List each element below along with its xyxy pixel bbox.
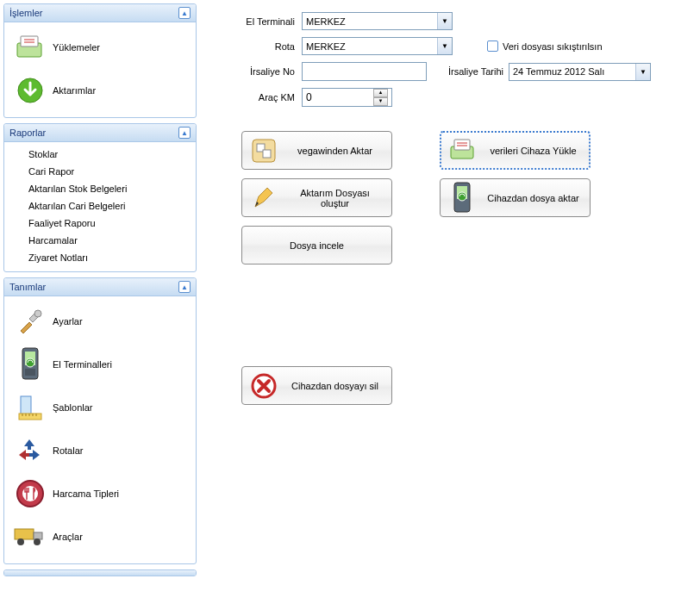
nav-elterminalleri[interactable]: El Terminalleri xyxy=(6,343,194,386)
spin-down-icon[interactable]: ▼ xyxy=(373,97,388,106)
svg-rect-20 xyxy=(454,140,470,150)
checkbox-label: Veri dosyası sıkıştırılsın xyxy=(503,41,603,52)
report-label: Aktarılan Stok Belgeleri xyxy=(28,184,127,194)
main-form: El Terminali MERKEZ ▼ Rota MERKEZ ▼ Veri… xyxy=(224,12,664,114)
panel-title: Tanımlar xyxy=(9,282,46,292)
numeric-field[interactable] xyxy=(303,89,373,106)
report-item[interactable]: Aktarılan Stok Belgeleri xyxy=(6,180,194,197)
svg-rect-12 xyxy=(15,529,34,539)
combo-value: MERKEZ xyxy=(306,16,346,27)
nav-label: Araçlar xyxy=(53,532,83,542)
nav-label: Aktarımlar xyxy=(53,85,96,96)
label-arac-km: Araç KM xyxy=(224,92,302,103)
btn-cihazdan-dosyayi-sil[interactable]: Cihazdan dosyayı sil xyxy=(241,366,392,405)
label-el-terminali: El Terminali xyxy=(224,16,302,27)
combo-value: MERKEZ xyxy=(306,41,346,52)
pencil-icon xyxy=(249,184,278,213)
nav-aktarimlar[interactable]: Aktarımlar xyxy=(6,69,194,112)
collapse-icon: ▲ xyxy=(178,7,191,19)
btn-label: Aktarım Dosyası oluştur xyxy=(285,188,384,208)
delete-icon xyxy=(249,371,278,401)
nav-label: Harcama Tipleri xyxy=(53,488,119,499)
btn-label: verileri Cihaza Yükle xyxy=(484,146,582,156)
pda-sync-icon xyxy=(447,184,477,213)
collapse-icon: ▲ xyxy=(178,127,191,139)
btn-dosya-incele[interactable]: Dosya incele xyxy=(241,226,392,264)
combo-rota[interactable]: MERKEZ ▼ xyxy=(302,37,453,55)
pda-green-icon xyxy=(13,348,47,381)
panel-body-tanimlar: Ayarlar El Terminalleri Şablonlar Rotala… xyxy=(4,296,196,563)
nav-ayarlar[interactable]: Ayarlar xyxy=(6,300,194,343)
nav-araclar[interactable]: Araçlar xyxy=(6,515,194,558)
svg-rect-13 xyxy=(34,532,42,539)
report-label: Faaliyet Raporu xyxy=(28,218,96,228)
chevron-down-icon: ▼ xyxy=(635,64,650,80)
cutlery-icon xyxy=(13,477,47,510)
transfer-icon xyxy=(249,136,278,165)
panel-title: Raporlar xyxy=(9,128,46,138)
truck-icon xyxy=(13,520,47,553)
svg-rect-7 xyxy=(25,369,35,376)
panel-empty xyxy=(3,569,197,576)
report-item[interactable]: Harcamalar xyxy=(6,232,194,249)
btn-label: vegawinden Aktar xyxy=(285,146,384,156)
report-label: Stoklar xyxy=(28,149,58,159)
input-irsaliye-no[interactable] xyxy=(302,62,427,81)
btn-aktarim-dosyasi-olustur[interactable]: Aktarım Dosyası oluştur xyxy=(241,178,392,217)
report-item[interactable]: Faaliyet Raporu xyxy=(6,215,194,232)
btn-label: Cihazdan dosyayı sil xyxy=(285,381,384,391)
nav-rotalar[interactable]: Rotalar xyxy=(6,429,194,472)
combo-el-terminali[interactable]: MERKEZ ▼ xyxy=(302,12,453,30)
upload-device-icon xyxy=(448,136,478,165)
btn-cihazdan-dosya-aktar[interactable]: Cihazdan dosya aktar xyxy=(440,178,591,217)
report-label: Cari Rapor xyxy=(28,166,74,177)
svg-rect-1 xyxy=(21,36,38,47)
report-label: Ziyaret Notları xyxy=(28,252,88,263)
panel-header-empty[interactable] xyxy=(4,570,196,576)
panel-tanimlar: Tanımlar ▲ Ayarlar El Terminalleri Şab xyxy=(3,277,197,564)
panel-body-islemler: Yüklemeler Aktarımlar xyxy=(4,22,196,117)
btn-label: Cihazdan dosya aktar xyxy=(484,193,583,203)
label-rota: Rota xyxy=(224,41,302,52)
panel-title: İşlemler xyxy=(9,8,43,18)
svg-point-3 xyxy=(34,310,41,317)
svg-rect-18 xyxy=(263,150,271,158)
box-green-icon xyxy=(13,31,47,64)
date-value: 24 Temmuz 2012 Salı xyxy=(513,66,604,77)
input-arac-km[interactable]: ▲ ▼ xyxy=(302,88,392,107)
label-irsaliye-no: İrsaliye No xyxy=(224,66,302,77)
svg-rect-8 xyxy=(21,396,31,415)
report-item[interactable]: Cari Rapor xyxy=(6,163,194,180)
sidebar: İşlemler ▲ Yüklemeler Aktarımlar Raporla… xyxy=(3,3,197,582)
nav-label: Rotalar xyxy=(53,445,83,456)
panel-header-tanimlar[interactable]: Tanımlar ▲ xyxy=(4,278,196,296)
spinner: ▲ ▼ xyxy=(373,89,388,106)
nav-label: Yüklemeler xyxy=(53,42,100,53)
btn-vegawin-aktar[interactable]: vegawinden Aktar xyxy=(241,131,392,170)
svg-point-15 xyxy=(34,538,41,545)
panel-header-islemler[interactable]: İşlemler ▲ xyxy=(4,4,196,22)
chevron-down-icon: ▼ xyxy=(437,38,452,54)
report-item[interactable]: Ziyaret Notları xyxy=(6,249,194,266)
checkbox-compress[interactable]: Veri dosyası sıkıştırılsın xyxy=(487,40,603,52)
btn-label: Dosya incele xyxy=(249,240,384,251)
date-irsaliye-tarihi[interactable]: 24 Temmuz 2012 Salı ▼ xyxy=(509,63,651,81)
tools-icon xyxy=(13,305,47,338)
button-area: vegawinden Aktar verileri Cihaza Yükle A… xyxy=(241,131,664,414)
chevron-down-icon: ▼ xyxy=(437,13,452,29)
nav-label: Ayarlar xyxy=(53,316,83,327)
panel-islemler: İşlemler ▲ Yüklemeler Aktarımlar xyxy=(3,3,197,118)
spin-up-icon[interactable]: ▲ xyxy=(373,89,388,97)
btn-verileri-cihaza-yukle[interactable]: verileri Cihaza Yükle xyxy=(440,131,591,170)
report-item[interactable]: Aktarılan Cari Belgeleri xyxy=(6,197,194,215)
panel-header-raporlar[interactable]: Raporlar ▲ xyxy=(4,124,196,142)
nav-harcamatipleri[interactable]: Harcama Tipleri xyxy=(6,472,194,515)
panel-raporlar: Raporlar ▲ Stoklar Cari Rapor Aktarılan … xyxy=(3,123,197,272)
nav-yuklemeler[interactable]: Yüklemeler xyxy=(6,26,194,69)
svg-point-14 xyxy=(17,538,24,545)
nav-sablonlar[interactable]: Şablonlar xyxy=(6,386,194,429)
label-irsaliye-tarihi: İrsaliye Tarihi xyxy=(448,66,509,77)
recycle-icon xyxy=(13,434,47,467)
report-item[interactable]: Stoklar xyxy=(6,146,194,163)
report-label: Harcamalar xyxy=(28,235,78,246)
